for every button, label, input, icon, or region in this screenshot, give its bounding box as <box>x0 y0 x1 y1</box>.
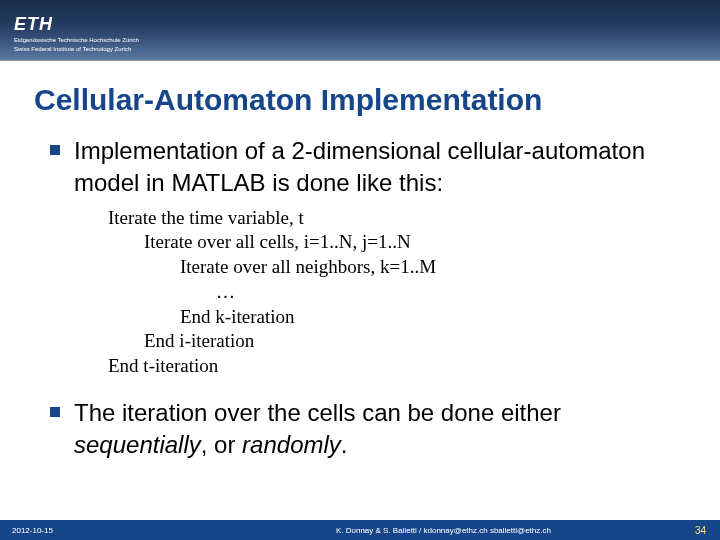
slide-title: Cellular-Automaton Implementation <box>34 83 720 117</box>
pseudo-line-4: … <box>108 280 720 305</box>
pseudo-line-1: Iterate the time variable, t <box>108 206 720 231</box>
bullet-text-1: Implementation of a 2-dimensional cellul… <box>74 135 680 200</box>
b2-rand: randomly <box>242 431 341 458</box>
bullet-list: Implementation of a 2-dimensional cellul… <box>50 135 680 200</box>
bullet-list-2: The iteration over the cells can be done… <box>50 397 680 462</box>
logo-subline-1: Eidgenössische Technische Hochschule Zür… <box>14 37 139 44</box>
bullet-item-1: Implementation of a 2-dimensional cellul… <box>50 135 680 200</box>
bullet-square-icon <box>50 407 60 417</box>
logo-block: ETH Eidgenössische Technische Hochschule… <box>14 14 139 53</box>
pseudo-line-6: End i-iteration <box>108 329 720 354</box>
footer-page-number: 34 <box>695 525 706 536</box>
bullet-square-icon <box>50 145 60 155</box>
b2-seq: sequentially <box>74 431 201 458</box>
pseudo-line-5: End k-iteration <box>108 305 720 330</box>
pseudocode-block: Iterate the time variable, t Iterate ove… <box>108 206 720 379</box>
bullet-text-2: The iteration over the cells can be done… <box>74 397 680 462</box>
bullet-item-2: The iteration over the cells can be done… <box>50 397 680 462</box>
pseudo-line-3: Iterate over all neighbors, k=1..M <box>108 255 720 280</box>
footer-bar: 2012-10-15 K. Donnay & S. Balietti / kdo… <box>0 520 720 540</box>
b2-pre: The iteration over the cells can be done… <box>74 399 561 426</box>
b2-mid: , or <box>201 431 242 458</box>
pseudo-line-7: End t-iteration <box>108 354 720 379</box>
footer-date: 2012-10-15 <box>12 526 192 535</box>
pseudo-line-2: Iterate over all cells, i=1..N, j=1..N <box>108 230 720 255</box>
logo-subline-2: Swiss Federal Institute of Technology Zu… <box>14 46 139 53</box>
header-rule <box>0 60 720 61</box>
b2-end: . <box>341 431 348 458</box>
header-band: ETH Eidgenössische Technische Hochschule… <box>0 0 720 60</box>
footer-authors: K. Donnay & S. Balietti / kdonnay@ethz.c… <box>192 526 695 535</box>
eth-logo-text: ETH <box>14 14 139 35</box>
